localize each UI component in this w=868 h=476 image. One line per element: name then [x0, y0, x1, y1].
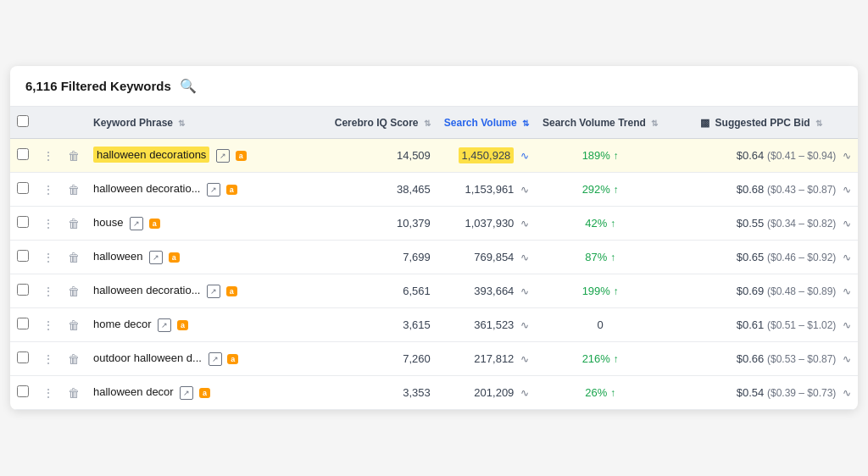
- row-dots[interactable]: ⋮: [36, 342, 61, 376]
- ppc-sort-icon[interactable]: ⇅: [815, 119, 822, 128]
- select-all-checkbox[interactable]: [17, 115, 29, 127]
- row-dots[interactable]: ⋮: [36, 139, 61, 173]
- trash-icon[interactable]: 🗑: [68, 285, 80, 298]
- external-link-icon[interactable]: ↗: [207, 183, 220, 196]
- table-header: 6,116 Filtered Keywords 🔍: [10, 66, 858, 107]
- external-link-icon[interactable]: ↗: [158, 318, 171, 332]
- keyword-cell: home decor ↗ a: [86, 308, 328, 342]
- trash-icon[interactable]: 🗑: [68, 183, 80, 196]
- table-row: ⋮ 🗑 halloween decorations ↗ a 14,509 1,4…: [10, 139, 858, 173]
- row-checkbox[interactable]: [17, 216, 29, 228]
- trend-cell: 26% ↑: [536, 376, 665, 410]
- row-checkbox[interactable]: [17, 182, 29, 194]
- ppc-range: ($0.48 – $0.89): [767, 285, 836, 297]
- ppc-chart-icon[interactable]: ∿: [843, 319, 851, 331]
- ppc-chart-icon[interactable]: ∿: [843, 285, 851, 297]
- ppc-value: $0.61: [737, 318, 765, 331]
- amazon-badge[interactable]: a: [226, 185, 237, 195]
- amazon-badge[interactable]: a: [236, 151, 247, 161]
- row-checkbox-cell: [10, 139, 36, 173]
- amazon-badge[interactable]: a: [226, 286, 237, 296]
- volume-value: 769,854: [474, 251, 514, 263]
- row-checkbox[interactable]: [17, 385, 29, 397]
- trend-value: 87%: [585, 251, 607, 263]
- row-trash[interactable]: 🗑: [61, 342, 86, 376]
- amazon-badge[interactable]: a: [169, 252, 180, 263]
- keyword-text: halloween decorations: [93, 147, 209, 163]
- trash-icon[interactable]: 🗑: [68, 318, 80, 332]
- row-trash[interactable]: 🗑: [61, 376, 86, 410]
- row-trash[interactable]: 🗑: [61, 139, 86, 173]
- col-dots: [36, 107, 61, 139]
- row-checkbox[interactable]: [17, 318, 29, 329]
- volume-chart-icon[interactable]: ∿: [520, 285, 529, 297]
- external-link-icon[interactable]: ↗: [149, 251, 163, 264]
- row-trash[interactable]: 🗑: [61, 207, 86, 241]
- row-dots[interactable]: ⋮: [36, 207, 61, 241]
- table-row: ⋮ 🗑 halloween decoratio... ↗ a 38,465 1,…: [10, 173, 858, 207]
- external-link-icon[interactable]: ↗: [216, 149, 230, 163]
- table-row: ⋮ 🗑 halloween decor ↗ a 3,353 201,209 ∿ …: [10, 376, 858, 410]
- iq-score-value: 14,509: [397, 149, 431, 162]
- amazon-badge[interactable]: a: [199, 388, 210, 398]
- ppc-chart-icon[interactable]: ∿: [843, 353, 851, 365]
- volume-cell: 393,664 ∿: [437, 274, 536, 308]
- volume-chart-icon[interactable]: ∿: [520, 218, 529, 230]
- external-link-icon[interactable]: ↗: [130, 217, 143, 230]
- amazon-badge[interactable]: a: [149, 219, 160, 229]
- volume-cell: 201,209 ∿: [437, 376, 536, 410]
- volume-chart-icon[interactable]: ∿: [520, 184, 529, 196]
- ppc-chart-icon[interactable]: ∿: [843, 218, 851, 230]
- volume-chart-icon[interactable]: ∿: [520, 319, 529, 331]
- trend-up-arrow: ↑: [610, 252, 615, 263]
- volume-sort-icon[interactable]: ⇅: [522, 119, 529, 128]
- row-checkbox[interactable]: [17, 148, 29, 160]
- trash-icon[interactable]: 🗑: [68, 149, 80, 163]
- keyword-sort-icon[interactable]: ⇅: [178, 119, 185, 128]
- ppc-chart-icon[interactable]: ∿: [843, 387, 851, 399]
- trash-icon[interactable]: 🗑: [68, 352, 80, 366]
- row-dots[interactable]: ⋮: [36, 274, 61, 308]
- search-icon[interactable]: 🔍: [180, 78, 197, 94]
- table-row: ⋮ 🗑 halloween ↗ a 7,699 769,854 ∿ 87% ↑ …: [10, 241, 858, 274]
- keyword-text: halloween decoratio...: [93, 284, 200, 296]
- trash-icon[interactable]: 🗑: [68, 217, 80, 230]
- external-link-icon[interactable]: ↗: [209, 352, 222, 366]
- ppc-chart-icon[interactable]: ∿: [843, 150, 851, 162]
- volume-chart-icon[interactable]: ∿: [520, 353, 529, 365]
- amazon-badge[interactable]: a: [177, 320, 188, 330]
- external-link-icon[interactable]: ↗: [180, 386, 193, 400]
- row-trash[interactable]: 🗑: [61, 241, 86, 274]
- volume-chart-icon[interactable]: ∿: [520, 150, 529, 162]
- volume-chart-icon[interactable]: ∿: [520, 387, 529, 399]
- volume-chart-icon[interactable]: ∿: [520, 252, 529, 263]
- table-row: ⋮ 🗑 halloween decoratio... ↗ a 6,561 393…: [10, 274, 858, 308]
- iq-score-value: 3,353: [403, 386, 431, 399]
- row-dots[interactable]: ⋮: [36, 376, 61, 410]
- row-dots[interactable]: ⋮: [36, 308, 61, 342]
- ppc-value: $0.68: [737, 183, 765, 196]
- row-dots[interactable]: ⋮: [36, 173, 61, 207]
- row-checkbox[interactable]: [17, 284, 29, 296]
- trend-sort-icon[interactable]: ⇅: [651, 119, 658, 128]
- trend-up-arrow: ↑: [610, 387, 615, 399]
- ppc-cell: $0.66 ($0.53 – $0.87) ∿: [665, 342, 858, 376]
- trend-value: 26%: [585, 386, 607, 399]
- ppc-chart-icon[interactable]: ∿: [843, 184, 851, 196]
- trash-icon[interactable]: 🗑: [68, 386, 80, 400]
- row-trash[interactable]: 🗑: [61, 173, 86, 207]
- amazon-badge[interactable]: a: [227, 354, 238, 364]
- col-trend-label: Search Volume Trend: [542, 117, 646, 129]
- trash-icon[interactable]: 🗑: [68, 251, 80, 264]
- table-head: Keyword Phrase ⇅ Cerebro IQ Score ⇅ Sear…: [10, 107, 858, 139]
- keyword-text: home decor: [93, 318, 152, 330]
- iq-sort-icon[interactable]: ⇅: [424, 119, 431, 128]
- table-row: ⋮ 🗑 house ↗ a 10,379 1,037,930 ∿ 42% ↑ $…: [10, 207, 858, 241]
- row-dots[interactable]: ⋮: [36, 241, 61, 274]
- row-trash[interactable]: 🗑: [61, 274, 86, 308]
- row-trash[interactable]: 🗑: [61, 308, 86, 342]
- row-checkbox[interactable]: [17, 351, 29, 363]
- row-checkbox[interactable]: [17, 250, 29, 262]
- external-link-icon[interactable]: ↗: [207, 285, 220, 298]
- ppc-chart-icon[interactable]: ∿: [843, 252, 851, 263]
